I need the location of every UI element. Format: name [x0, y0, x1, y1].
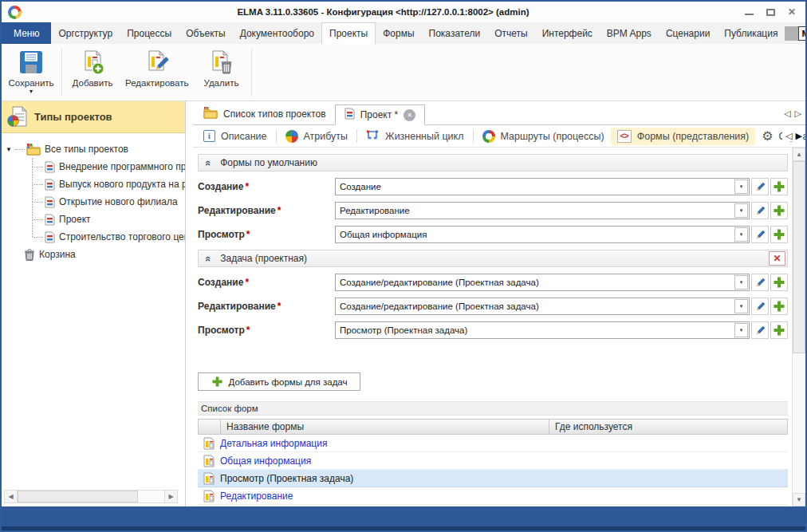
- collapse-icon[interactable]: «: [203, 255, 214, 261]
- add-form-button[interactable]: [770, 226, 788, 243]
- tab-routes[interactable]: Маршруты (процессы): [476, 128, 611, 145]
- tree-item[interactable]: Строительство торгового цен: [2, 228, 185, 246]
- tree-item[interactable]: Внедрение программного про: [2, 158, 185, 175]
- table-row[interactable]: Редактирование: [198, 487, 788, 505]
- sidebar-horizontal-scrollbar[interactable]: ◀ ▶: [4, 490, 178, 503]
- tree-root-row[interactable]: ▼ Все типы проектов: [2, 140, 185, 158]
- add-task-forms-button[interactable]: Добавить формы для задач: [198, 372, 360, 391]
- edit-button[interactable]: Редактировать: [120, 44, 193, 100]
- chevron-down-icon[interactable]: ▾: [734, 275, 748, 290]
- section-default-forms[interactable]: « Формы по умолчанию: [198, 154, 788, 171]
- ribbon-tab-bpm-apps[interactable]: BPM Apps: [600, 22, 659, 44]
- tree-item-label[interactable]: Проект: [59, 214, 91, 225]
- form-link[interactable]: Общая информация: [220, 455, 311, 467]
- sidebar-splitter[interactable]: [186, 101, 193, 506]
- tab-attributes[interactable]: Атрибуты: [279, 128, 355, 145]
- tree-item[interactable]: Проект: [2, 211, 185, 228]
- tab-project-types-list[interactable]: Список типов проектов: [195, 104, 335, 124]
- tree-item-label[interactable]: Строительство торгового цен: [59, 231, 185, 242]
- tab-lifecycle[interactable]: Жизненный цикл: [360, 127, 470, 146]
- ribbon-tab-projects[interactable]: Проекты: [321, 22, 376, 44]
- tree-root-label[interactable]: Все типы проектов: [45, 144, 128, 155]
- scroll-left-icon[interactable]: ◀: [4, 490, 18, 503]
- collapse-icon[interactable]: «: [203, 160, 214, 165]
- scroll-down-icon[interactable]: ▼: [793, 493, 805, 506]
- add-form-button[interactable]: [770, 321, 788, 339]
- create-form-combobox[interactable]: Создание/редактирование (Проектная задач…: [335, 274, 750, 291]
- subtab-scroll-right-icon[interactable]: ▶: [796, 131, 802, 141]
- tree-item-label[interactable]: Выпуск нового продукта на р: [59, 179, 185, 190]
- edit-form-button[interactable]: [751, 298, 769, 315]
- tab-description[interactable]: i Описание: [197, 128, 274, 144]
- column-header-used-in[interactable]: Где используется: [549, 420, 787, 434]
- scroll-up-icon[interactable]: ▲: [793, 148, 805, 161]
- edit-form-button[interactable]: [751, 178, 769, 195]
- tab-forms-views[interactable]: <> Формы (представления): [611, 128, 756, 145]
- scroll-right-icon[interactable]: ▶: [164, 490, 178, 503]
- tree-item[interactable]: Открытие нового филиала: [2, 193, 185, 211]
- ribbon-tab-interface[interactable]: Интерфейс: [535, 22, 600, 44]
- ribbon-tab-publication[interactable]: Публикация: [717, 22, 785, 44]
- table-row-selected[interactable]: Просмотр (Проектная задача): [198, 470, 788, 487]
- tree-item-label[interactable]: Открытие нового филиала: [59, 196, 178, 207]
- ribbon-tab-orgstructure[interactable]: Оргструктур: [51, 22, 120, 44]
- ribbon-tab-scenarios[interactable]: Сценарии: [659, 22, 717, 44]
- ribbon-tab-forms[interactable]: Формы: [376, 22, 421, 44]
- column-header-form-name[interactable]: Название формы: [221, 420, 549, 434]
- table-row[interactable]: Общая информация: [198, 452, 788, 470]
- delete-button[interactable]: Удалить: [193, 44, 249, 100]
- minimize-button[interactable]: [745, 9, 754, 15]
- add-button[interactable]: Добавить: [65, 44, 120, 100]
- form-link[interactable]: Редактирование: [220, 491, 293, 502]
- add-form-button[interactable]: [770, 298, 788, 315]
- tree-item[interactable]: Выпуск нового продукта на р: [2, 175, 185, 193]
- ribbon-tab-reports[interactable]: Отчеты: [487, 22, 534, 44]
- save-dropdown-arrow-icon[interactable]: ▾: [30, 89, 33, 95]
- scroll-track[interactable]: [18, 490, 164, 503]
- vertical-scrollbar[interactable]: ▲ ▼: [792, 148, 805, 506]
- add-form-button[interactable]: [770, 178, 788, 195]
- edit-form-combobox[interactable]: Редактирование ▾: [335, 202, 750, 219]
- table-row[interactable]: Детальная информация: [198, 435, 788, 452]
- tab-scroll-right-icon[interactable]: ▷: [795, 108, 801, 119]
- close-button[interactable]: ✕: [788, 6, 796, 18]
- form-link[interactable]: Детальная информация: [220, 438, 327, 449]
- edit-form-button[interactable]: [751, 202, 769, 219]
- view-form-combobox[interactable]: Просмотр (Проектная задача) ▾: [335, 321, 750, 339]
- scroll-track[interactable]: [793, 161, 805, 493]
- section-project-task[interactable]: « Задача (проектная) ✕: [198, 250, 788, 267]
- form-link[interactable]: Просмотр (Проектная задача): [220, 473, 353, 484]
- ribbon-tab-objects[interactable]: Объекты: [179, 22, 233, 44]
- collapse-expander-icon[interactable]: ▼: [6, 146, 14, 153]
- tree-item-label[interactable]: Внедрение программного про: [59, 161, 185, 172]
- max-toggle[interactable]: MAX: [785, 26, 807, 41]
- tree-trash-row[interactable]: Корзина: [22, 246, 185, 263]
- ribbon-tab-processes[interactable]: Процессы: [120, 22, 179, 44]
- chevron-down-icon[interactable]: ▾: [734, 299, 748, 313]
- tab-close-icon[interactable]: ✕: [404, 109, 415, 121]
- tab-project[interactable]: Проект * ✕: [335, 104, 426, 125]
- edit-form-button[interactable]: [751, 226, 769, 243]
- edit-form-combobox[interactable]: Создание/редактирование (Проектная задач…: [335, 298, 750, 315]
- chevron-down-icon[interactable]: ▾: [734, 203, 748, 218]
- trash-label[interactable]: Корзина: [39, 249, 76, 260]
- add-form-button[interactable]: [770, 274, 788, 291]
- ribbon-tab-menu[interactable]: Меню: [2, 22, 51, 44]
- scroll-thumb[interactable]: [793, 161, 805, 353]
- view-form-combobox[interactable]: Общая информация ▾: [335, 226, 750, 243]
- maximize-button[interactable]: [766, 9, 775, 16]
- edit-form-button[interactable]: [751, 321, 769, 339]
- scroll-thumb[interactable]: [18, 491, 138, 502]
- subtab-scroll-left-icon[interactable]: ◁: [785, 131, 792, 141]
- chevron-down-icon[interactable]: ▾: [734, 227, 748, 242]
- ribbon-tab-documents[interactable]: Документооборо: [233, 22, 321, 44]
- remove-section-button[interactable]: ✕: [769, 251, 785, 266]
- edit-form-button[interactable]: [751, 274, 769, 291]
- add-form-button[interactable]: [770, 202, 788, 219]
- chevron-down-icon[interactable]: ▾: [734, 179, 748, 194]
- ribbon-tab-indicators[interactable]: Показатели: [422, 22, 488, 44]
- tab-scroll-left-icon[interactable]: ◁: [784, 108, 790, 119]
- create-form-combobox[interactable]: Создание ▾: [335, 178, 750, 195]
- save-button[interactable]: Сохранить ▾: [3, 44, 59, 100]
- chevron-down-icon[interactable]: ▾: [734, 323, 748, 337]
